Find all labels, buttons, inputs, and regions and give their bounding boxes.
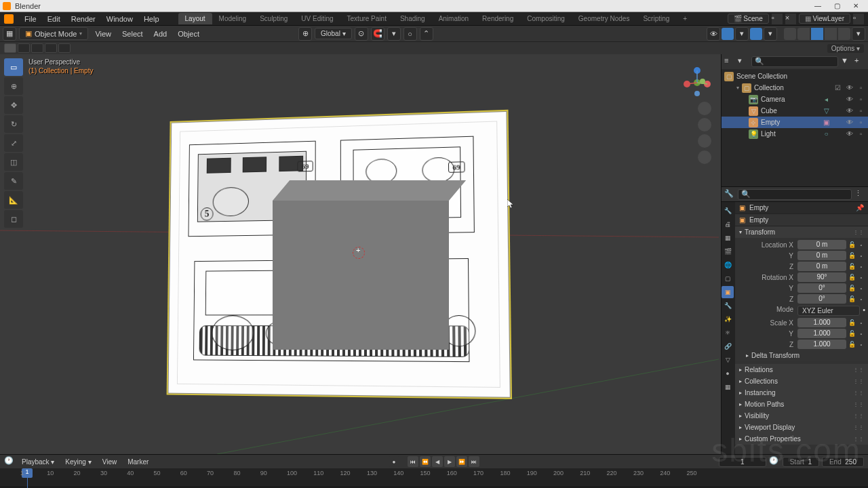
select-tweaks-icon[interactable]: [4, 43, 16, 53]
prop-tab-output[interactable]: 🖨: [722, 218, 734, 230]
viewlayer-new-icon[interactable]: ▫: [853, 14, 864, 24]
panel-custom-properties[interactable]: ▸Custom Properties⋮⋮: [735, 433, 868, 445]
menu-window[interactable]: Window: [101, 15, 138, 23]
lock-icon[interactable]: 🔓: [848, 263, 856, 270]
menu-object[interactable]: Object: [174, 30, 203, 38]
tab-animation[interactable]: Animation: [432, 13, 475, 24]
outliner-filter-icon[interactable]: ▼: [841, 56, 852, 67]
panel-relations[interactable]: ▸Relations⋮⋮: [735, 364, 868, 375]
options-dropdown[interactable]: Options ▾: [827, 44, 864, 53]
disable-icon[interactable]: ▫: [856, 119, 865, 126]
tool-transform[interactable]: ◫: [4, 153, 23, 171]
navigation-gizmo[interactable]: [682, 65, 713, 96]
select-lasso-icon[interactable]: [45, 43, 57, 53]
image-data-icon[interactable]: ▣: [822, 119, 831, 126]
tab-rendering[interactable]: Rendering: [475, 13, 520, 24]
tool-scale[interactable]: ⤢: [4, 134, 23, 152]
rotation-z-field[interactable]: 0°: [797, 294, 846, 304]
shade-wire-icon[interactable]: [797, 28, 810, 40]
shade-dropdown-icon[interactable]: ▾: [852, 27, 865, 41]
tool-move[interactable]: ✥: [4, 96, 23, 114]
end-frame-field[interactable]: End 250: [822, 457, 864, 467]
rotation-mode-selector[interactable]: XYZ Euler: [797, 306, 860, 316]
tab-geonodes[interactable]: Geometry Nodes: [572, 13, 637, 24]
outliner-scene-collection[interactable]: ▢ Scene Collection: [722, 70, 868, 82]
prop-tab-particles[interactable]: ✨: [722, 313, 734, 325]
outliner-new-coll-icon[interactable]: +: [854, 56, 865, 67]
disable-icon[interactable]: ▫: [856, 84, 865, 92]
timeline-type-icon[interactable]: 🕐: [4, 456, 15, 467]
scene-new-icon[interactable]: ▫: [772, 14, 783, 24]
tab-uv[interactable]: UV Editing: [294, 13, 340, 24]
prop-tab-world[interactable]: 🌐: [722, 259, 734, 271]
tool-rotate[interactable]: ↻: [4, 115, 23, 133]
properties-type-icon[interactable]: 🔧: [724, 189, 735, 200]
select-5-icon[interactable]: [58, 43, 71, 53]
properties-search[interactable]: 🔍: [738, 189, 852, 200]
location-y-field[interactable]: 0 m: [797, 251, 846, 260]
scale-z-field[interactable]: 1.000: [797, 340, 846, 349]
scene-del-icon[interactable]: ×: [785, 14, 796, 24]
panel-collections[interactable]: ▸Collections⋮⋮: [735, 375, 868, 387]
visibility-icon[interactable]: 👁: [707, 27, 720, 41]
menu-view[interactable]: View: [91, 30, 115, 38]
exclude-icon[interactable]: ☑: [833, 84, 842, 92]
hide-icon[interactable]: 👁: [845, 84, 854, 92]
prop-tab-data[interactable]: ▽: [722, 354, 734, 366]
current-frame-field[interactable]: 1: [719, 457, 766, 467]
shade-rendered-icon[interactable]: [838, 28, 850, 40]
scene-selector[interactable]: 🎬 Scene: [728, 14, 769, 24]
tab-modeling[interactable]: Modeling: [212, 13, 254, 24]
mode-selector[interactable]: ▣ Object Mode ▾: [19, 27, 88, 40]
tool-measure[interactable]: 📐: [4, 191, 23, 209]
tool-select-box[interactable]: ▭: [4, 58, 23, 76]
menu-help[interactable]: Help: [138, 15, 165, 23]
menu-add[interactable]: Add: [150, 30, 172, 38]
tool-addcube[interactable]: ◻: [4, 210, 23, 228]
editor-type-icon[interactable]: ▦: [3, 27, 16, 41]
xray-icon[interactable]: [784, 28, 796, 40]
lock-icon[interactable]: 🔓: [848, 285, 856, 291]
jump-start-icon[interactable]: ⏮: [408, 456, 418, 467]
menu-render[interactable]: Render: [66, 15, 101, 23]
snap-icon[interactable]: 🧲: [371, 27, 384, 41]
prop-tab-object[interactable]: ▣: [722, 286, 734, 298]
disable-icon[interactable]: ▫: [856, 130, 865, 138]
viewlayer-selector[interactable]: ▦ ViewLayer: [799, 14, 850, 24]
scale-y-field[interactable]: 1.000: [797, 329, 846, 338]
camera-data-icon[interactable]: ◂: [822, 96, 831, 103]
tab-add[interactable]: +: [676, 13, 694, 24]
tab-sculpting[interactable]: Sculpting: [253, 13, 294, 24]
hide-icon[interactable]: 👁: [845, 119, 854, 126]
prop-tab-texture[interactable]: ▦: [722, 381, 734, 393]
prop-tab-physics[interactable]: ⚛: [722, 327, 734, 339]
prop-tab-render[interactable]: 🔧: [722, 205, 734, 217]
menu-select[interactable]: Select: [118, 30, 147, 38]
select-box-icon[interactable]: [18, 43, 30, 53]
zoom-icon[interactable]: [698, 102, 711, 115]
maximize-button[interactable]: ▢: [827, 1, 846, 12]
start-frame-field[interactable]: Start 1: [783, 457, 819, 467]
prop-tab-viewlayer[interactable]: ▦: [722, 232, 734, 244]
location-x-field[interactable]: 0 m: [797, 240, 846, 249]
tool-cursor[interactable]: ⊕: [4, 77, 23, 95]
timeline-playback[interactable]: Playback ▾: [18, 458, 58, 466]
outliner-item-empty[interactable]: ⊹ Empty ▣ 👁 ▫: [722, 117, 868, 128]
proportional-falloff-icon[interactable]: ⌃: [420, 27, 433, 41]
lock-icon[interactable]: 🔓: [848, 296, 856, 302]
pivot-icon[interactable]: ⊙: [355, 27, 368, 41]
proportional-icon[interactable]: ○: [403, 27, 417, 41]
prop-tab-constraints[interactable]: 🔗: [722, 340, 734, 352]
outliner-display-icon[interactable]: ▾: [738, 56, 749, 67]
disable-icon[interactable]: ▫: [856, 96, 865, 103]
orientation-selector[interactable]: Global ▾: [315, 28, 352, 39]
outliner-collection[interactable]: ▾ ▢ Collection ☑ 👁 ▫: [722, 82, 868, 94]
hide-icon[interactable]: 👁: [845, 130, 854, 138]
orientation-icon[interactable]: ⊕: [298, 27, 312, 41]
properties-options-icon[interactable]: ⋮: [854, 189, 865, 200]
minimize-button[interactable]: —: [808, 1, 827, 12]
prop-breadcrumb-2[interactable]: ▣Empty: [735, 214, 868, 226]
jump-end-icon[interactable]: ⏭: [469, 456, 479, 467]
tab-shading[interactable]: Shading: [393, 13, 432, 24]
timeline-track[interactable]: 1 11020304050607080901001101201301401501…: [0, 468, 868, 487]
